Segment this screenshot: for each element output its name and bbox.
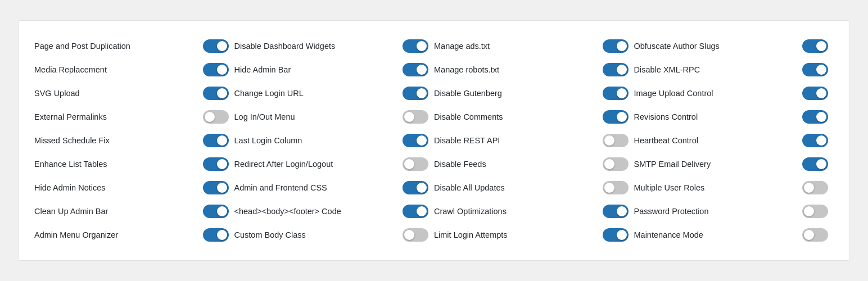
feature-label: Disable Feeds — [434, 160, 595, 169]
column-2: Disable Dashboard WidgetsHide Admin BarC… — [234, 34, 435, 247]
feature-row: Disable Gutenberg — [434, 81, 634, 105]
toggle-switch[interactable] — [203, 181, 229, 194]
feature-label: Media Replacement — [34, 65, 195, 74]
feature-label: Multiple User Roles — [634, 183, 795, 192]
feature-row: <head><body><footer> Code — [234, 200, 435, 223]
toggle-switch[interactable] — [403, 157, 428, 171]
feature-label: Disable REST API — [434, 136, 595, 145]
toggle-switch[interactable] — [403, 39, 428, 53]
feature-row: External Permalinks — [34, 105, 234, 129]
feature-label: Disable XML-RPC — [634, 65, 795, 74]
toggle-switch[interactable] — [403, 228, 428, 242]
feature-row: Image Upload Control — [634, 81, 834, 105]
toggle-switch[interactable] — [203, 63, 229, 76]
feature-row: Limit Login Attempts — [434, 223, 634, 247]
toggle-switch[interactable] — [603, 181, 629, 194]
feature-row: Redirect After Login/Logout — [234, 152, 435, 176]
feature-label: Page and Post Duplication — [34, 42, 195, 51]
feature-row: Password Protection — [634, 200, 834, 223]
toggle-switch[interactable] — [203, 87, 229, 100]
toggle-switch[interactable] — [403, 134, 428, 147]
feature-label: Image Upload Control — [634, 89, 795, 98]
feature-row: SVG Upload — [34, 81, 234, 105]
column-1: Page and Post DuplicationMedia Replaceme… — [34, 34, 234, 247]
feature-label: Crawl Optimizations — [434, 207, 595, 216]
feature-row: Last Login Column — [234, 129, 435, 152]
toggle-switch[interactable] — [603, 39, 629, 53]
feature-label: Obfuscate Author Slugs — [634, 42, 795, 51]
feature-label: Maintenance Mode — [634, 230, 795, 239]
feature-label: <head><body><footer> Code — [234, 207, 395, 216]
feature-row: Custom Body Class — [234, 223, 435, 247]
feature-label: Custom Body Class — [234, 230, 395, 239]
toggle-switch[interactable] — [203, 39, 229, 53]
toggle-switch[interactable] — [802, 134, 828, 147]
toggle-switch[interactable] — [603, 228, 629, 242]
feature-row: Missed Schedule Fix — [34, 129, 234, 152]
feature-row: Disable REST API — [434, 129, 634, 152]
toggle-switch[interactable] — [203, 205, 229, 218]
feature-row: Hide Admin Notices — [34, 176, 234, 200]
toggle-switch[interactable] — [603, 205, 629, 218]
feature-row: Enhance List Tables — [34, 152, 234, 176]
feature-label: Log In/Out Menu — [234, 112, 395, 121]
toggle-switch[interactable] — [403, 181, 428, 194]
toggle-switch[interactable] — [603, 87, 629, 100]
toggle-switch[interactable] — [603, 157, 629, 171]
feature-row: Disable All Updates — [434, 176, 634, 200]
feature-label: SVG Upload — [34, 89, 195, 98]
toggle-switch[interactable] — [802, 205, 828, 218]
toggle-switch[interactable] — [403, 205, 428, 218]
feature-row: Disable Feeds — [434, 152, 634, 176]
feature-label: Hide Admin Bar — [234, 65, 395, 74]
feature-label: Heartbeat Control — [634, 136, 795, 145]
feature-row: Hide Admin Bar — [234, 58, 435, 81]
feature-row: Admin and Frontend CSS — [234, 176, 435, 200]
feature-label: Disable Comments — [434, 112, 595, 121]
toggle-switch[interactable] — [802, 181, 828, 194]
feature-label: Limit Login Attempts — [434, 230, 595, 239]
feature-row: Clean Up Admin Bar — [34, 200, 234, 223]
toggle-switch[interactable] — [203, 134, 229, 147]
toggle-switch[interactable] — [802, 228, 828, 242]
toggle-switch[interactable] — [203, 157, 229, 171]
feature-label: Disable All Updates — [434, 183, 595, 192]
toggle-switch[interactable] — [802, 63, 828, 76]
feature-row: Log In/Out Menu — [234, 105, 435, 129]
toggle-switch[interactable] — [802, 157, 828, 171]
features-grid: Page and Post DuplicationMedia Replaceme… — [34, 34, 834, 247]
feature-label: Manage ads.txt — [434, 42, 595, 51]
feature-label: SMTP Email Delivery — [634, 160, 795, 169]
toggle-switch[interactable] — [802, 110, 828, 124]
feature-label: Disable Gutenberg — [434, 89, 595, 98]
column-4: Obfuscate Author SlugsDisable XML-RPCIma… — [634, 34, 834, 247]
feature-row: Maintenance Mode — [634, 223, 834, 247]
feature-label: Revisions Control — [634, 112, 795, 121]
feature-label: Clean Up Admin Bar — [34, 207, 195, 216]
feature-row: Disable Dashboard Widgets — [234, 34, 435, 58]
feature-row: Disable Comments — [434, 105, 634, 129]
feature-row: Revisions Control — [634, 105, 834, 129]
toggle-switch[interactable] — [603, 134, 629, 147]
toggle-switch[interactable] — [603, 110, 629, 124]
toggle-switch[interactable] — [802, 87, 828, 100]
toggle-switch[interactable] — [203, 228, 229, 242]
toggle-switch[interactable] — [203, 110, 229, 124]
feature-row: Heartbeat Control — [634, 129, 834, 152]
feature-label: Missed Schedule Fix — [34, 136, 195, 145]
toggle-switch[interactable] — [403, 87, 428, 100]
feature-row: Admin Menu Organizer — [34, 223, 234, 247]
toggle-switch[interactable] — [403, 110, 428, 124]
feature-label: Redirect After Login/Logout — [234, 160, 395, 169]
feature-label: External Permalinks — [34, 112, 195, 121]
column-3: Manage ads.txtManage robots.txtDisable G… — [434, 34, 634, 247]
feature-row: Change Login URL — [234, 81, 435, 105]
feature-label: Admin Menu Organizer — [34, 230, 195, 239]
toggle-switch[interactable] — [802, 39, 828, 53]
feature-label: Password Protection — [634, 207, 795, 216]
toggle-switch[interactable] — [403, 63, 428, 76]
feature-row: Manage robots.txt — [434, 58, 634, 81]
toggle-switch[interactable] — [603, 63, 629, 76]
feature-row: Media Replacement — [34, 58, 234, 81]
feature-row: SMTP Email Delivery — [634, 152, 834, 176]
